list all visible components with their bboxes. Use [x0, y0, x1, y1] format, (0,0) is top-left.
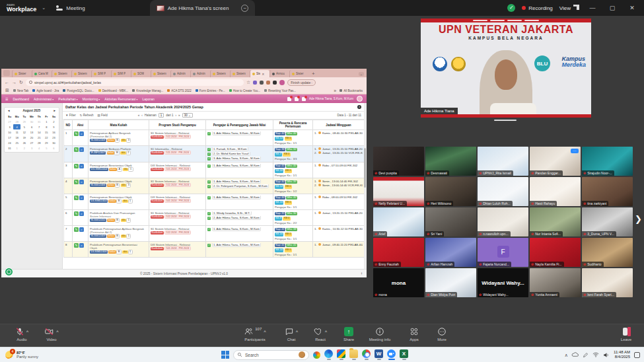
calendar-day[interactable]: 28: [13, 119, 20, 124]
react-options-chevron[interactable]: ^: [325, 330, 328, 334]
calendar-day[interactable]: 28: [36, 140, 43, 145]
edit-button[interactable]: ✎: [74, 164, 79, 168]
video-resize-handle[interactable]: [494, 120, 517, 121]
participant-tile[interactable]: ⊘3_Duma_UPN V...: [582, 207, 633, 236]
clock[interactable]: 11:48 AM 8/4/2025: [614, 350, 630, 359]
tab-shared-screen[interactable]: Ade Hikma Tiana's screen −: [150, 0, 256, 16]
info-icon[interactable]: i: [357, 105, 361, 109]
calendar-day[interactable]: 19: [20, 135, 28, 140]
calendar-day[interactable]: 8: [43, 124, 50, 129]
tabstrip-chevron-icon[interactable]: ⌄: [359, 72, 364, 76]
calendar-day[interactable]: 5: [20, 124, 28, 129]
calendar-day[interactable]: 10: [6, 129, 13, 135]
participant-tile[interactable]: ⊘n.nasrulloh upn...: [478, 207, 528, 236]
participant-tile[interactable]: ⊘Yunita Amraeni: [530, 268, 581, 297]
speaker-video[interactable]: UPN VETERAN JAKARTA KAMPUS BELA NEGARA B…: [421, 18, 591, 118]
react-button[interactable]: ^ React: [305, 326, 336, 342]
participant-tile[interactable]: ⊘Hasti Rahayu: [530, 177, 581, 206]
next-page-chevron-icon[interactable]: ❯: [635, 214, 642, 224]
calendar-day[interactable]: 29: [20, 119, 28, 124]
detail-button[interactable]: ⌕: [79, 243, 84, 248]
chat-options-chevron[interactable]: ^: [296, 330, 299, 334]
all-bookmarks-button[interactable]: All Bookmarks: [340, 89, 363, 92]
tray-chevron-icon[interactable]: ʌ: [565, 353, 568, 357]
calendar-day[interactable]: 31: [6, 145, 13, 151]
extension-icon[interactable]: [260, 81, 264, 85]
reload-icon[interactable]: ↻: [19, 80, 23, 85]
participants-options-chevron[interactable]: ^: [264, 330, 266, 334]
taskbar-app-zoom[interactable]: [387, 349, 396, 360]
calendar-day[interactable]: 16: [50, 129, 57, 135]
taskbar-app-excel[interactable]: X: [400, 349, 408, 360]
browser-tab[interactable]: Sistem: [71, 70, 91, 77]
nav-item-perkuliahan[interactable]: Perkuliahan ▾: [58, 97, 78, 101]
notification-bell-icon[interactable]: [287, 97, 291, 101]
calendar-day[interactable]: 5: [43, 145, 50, 151]
shared-screen[interactable]: SisterCara MSistemSistemSIM PSIM PSOMSis…: [1, 69, 367, 277]
edit-button[interactable]: ✎: [74, 196, 79, 200]
pen-icon[interactable]: [583, 352, 589, 358]
calendar-day[interactable]: 30: [50, 140, 57, 145]
calendar-day[interactable]: 21: [36, 135, 43, 140]
tab-close-icon[interactable]: ✕: [262, 72, 264, 76]
filter-button[interactable]: ▼ Filter: [65, 114, 76, 117]
logged-in-user[interactable]: Ade Hikma Tiana, S.Kom, M.Kom: [309, 97, 353, 100]
participant-tile[interactable]: ⊘UPNVJ_Rita Ismail: [478, 147, 528, 176]
calendar-day[interactable]: 22: [43, 135, 50, 140]
participant-tile[interactable]: ⊘Arfian Hamzah: [425, 238, 476, 267]
calendar-day[interactable]: 26: [20, 140, 28, 145]
detail-button[interactable]: ⌕: [79, 147, 84, 152]
extensions-puzzle-icon[interactable]: [273, 81, 277, 85]
calendar-day[interactable]: 11: [13, 129, 20, 135]
participant-tile[interactable]: ⊘Heri Wibisono: [425, 177, 476, 206]
calendar-day[interactable]: 12: [20, 129, 28, 135]
maximize-button[interactable]: ▢: [606, 5, 619, 11]
browser-profile-avatar[interactable]: [279, 80, 285, 85]
overflow-chevron-icon[interactable]: »: [334, 89, 336, 93]
close-button[interactable]: ✕: [626, 5, 639, 11]
chat-button[interactable]: ^ Chat: [276, 326, 306, 342]
tab-close-icon[interactable]: −: [241, 5, 248, 12]
calendar-day[interactable]: 31: [36, 119, 43, 124]
calendar-day[interactable]: 27: [28, 140, 35, 145]
calendar-day[interactable]: 30: [28, 119, 35, 124]
edit-button[interactable]: ✎: [74, 180, 79, 184]
browser-tab[interactable]: Sistem: [230, 70, 250, 77]
bookmark-item[interactable]: PostgreSQL: Docu...: [63, 89, 94, 92]
extension-icon[interactable]: [253, 81, 257, 85]
edit-button[interactable]: ✎: [74, 211, 79, 216]
calendar-day[interactable]: 7: [36, 124, 43, 129]
browser-tab[interactable]: SOM: [131, 70, 151, 77]
browser-tab[interactable]: Sistem: [151, 70, 170, 77]
browser-tab[interactable]: Cara M: [32, 70, 52, 77]
video-options-chevron[interactable]: ^: [56, 330, 59, 334]
taskbar-app-edge[interactable]: [324, 349, 333, 360]
calendar-prev-icon[interactable]: ◄: [7, 109, 10, 112]
taskbar-app-store[interactable]: [337, 349, 345, 360]
extension-icon[interactable]: [266, 81, 270, 85]
notifications-icon[interactable]: [634, 352, 640, 358]
calendar-day[interactable]: 13: [28, 129, 35, 135]
calendar-day[interactable]: 20: [28, 135, 35, 140]
address-bar[interactable]: simpel.upnvj.ac.id/#/perkuliahan/jadwal_…: [26, 79, 244, 86]
onedrive-icon[interactable]: [571, 352, 579, 357]
participant-tile[interactable]: ⊘Ismi Farah Syari...: [582, 268, 633, 297]
user-request-icon[interactable]: [302, 97, 306, 101]
message-icon[interactable]: [295, 97, 299, 101]
page-prev-icon[interactable]: ‹: [141, 114, 143, 117]
search-input[interactable]: Search: [233, 350, 309, 360]
speaker-icon[interactable]: [603, 352, 610, 358]
participant-tile[interactable]: mona⊘mona: [373, 268, 424, 297]
detail-button[interactable]: ⌕: [79, 227, 84, 232]
nav-item-monitoring[interactable]: Monitoring ▾: [83, 97, 100, 101]
detail-button[interactable]: ⌕: [79, 131, 84, 136]
participant-tile[interactable]: ⊘Nur Intania Sofi...: [530, 207, 581, 236]
view-button[interactable]: View: [559, 5, 579, 11]
bookmark-item[interactable]: ACA DTS 2022: [167, 89, 192, 92]
calendar-day[interactable]: 3: [6, 124, 13, 129]
browser-tab[interactable]: SIM P: [91, 70, 111, 77]
edit-button[interactable]: ✎: [74, 131, 79, 136]
tab-meeting[interactable]: Meeting: [50, 0, 91, 16]
start-button[interactable]: [221, 351, 229, 359]
finish-update-button[interactable]: Finish update :: [287, 79, 316, 86]
